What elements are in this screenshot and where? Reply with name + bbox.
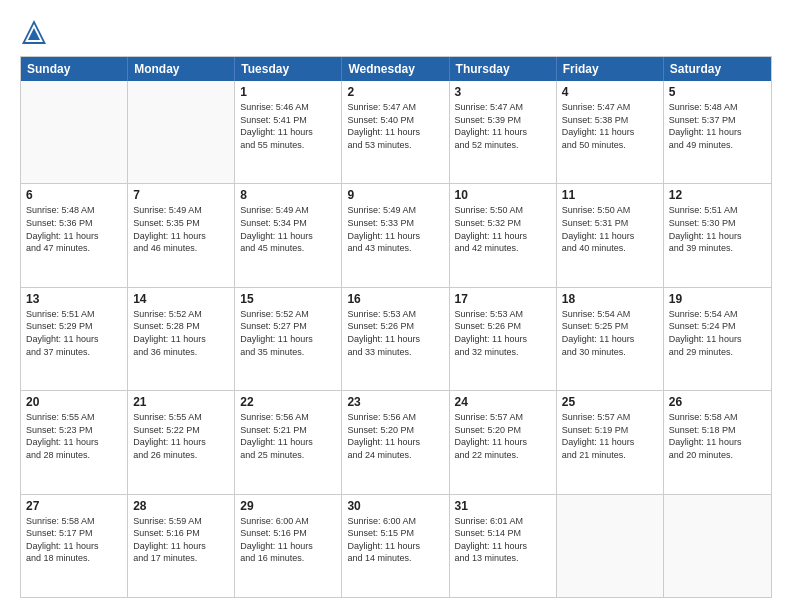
day-info: Sunrise: 5:50 AM Sunset: 5:32 PM Dayligh… (455, 204, 551, 254)
day-cell-23: 23Sunrise: 5:56 AM Sunset: 5:20 PM Dayli… (342, 391, 449, 493)
day-cell-22: 22Sunrise: 5:56 AM Sunset: 5:21 PM Dayli… (235, 391, 342, 493)
day-number: 17 (455, 292, 551, 306)
day-number: 30 (347, 499, 443, 513)
header-day-saturday: Saturday (664, 57, 771, 81)
day-info: Sunrise: 5:58 AM Sunset: 5:17 PM Dayligh… (26, 515, 122, 565)
day-info: Sunrise: 6:00 AM Sunset: 5:16 PM Dayligh… (240, 515, 336, 565)
day-info: Sunrise: 5:54 AM Sunset: 5:25 PM Dayligh… (562, 308, 658, 358)
calendar-header: SundayMondayTuesdayWednesdayThursdayFrid… (21, 57, 771, 81)
empty-cell (21, 81, 128, 183)
day-number: 24 (455, 395, 551, 409)
day-number: 12 (669, 188, 766, 202)
calendar: SundayMondayTuesdayWednesdayThursdayFrid… (20, 56, 772, 598)
day-info: Sunrise: 5:47 AM Sunset: 5:40 PM Dayligh… (347, 101, 443, 151)
day-number: 9 (347, 188, 443, 202)
day-number: 28 (133, 499, 229, 513)
day-info: Sunrise: 5:51 AM Sunset: 5:29 PM Dayligh… (26, 308, 122, 358)
day-cell-30: 30Sunrise: 6:00 AM Sunset: 5:15 PM Dayli… (342, 495, 449, 597)
week-row-1: 1Sunrise: 5:46 AM Sunset: 5:41 PM Daylig… (21, 81, 771, 183)
day-info: Sunrise: 5:52 AM Sunset: 5:27 PM Dayligh… (240, 308, 336, 358)
day-info: Sunrise: 5:56 AM Sunset: 5:20 PM Dayligh… (347, 411, 443, 461)
day-info: Sunrise: 5:57 AM Sunset: 5:20 PM Dayligh… (455, 411, 551, 461)
day-cell-20: 20Sunrise: 5:55 AM Sunset: 5:23 PM Dayli… (21, 391, 128, 493)
week-row-3: 13Sunrise: 5:51 AM Sunset: 5:29 PM Dayli… (21, 287, 771, 390)
day-info: Sunrise: 5:49 AM Sunset: 5:34 PM Dayligh… (240, 204, 336, 254)
day-number: 2 (347, 85, 443, 99)
day-info: Sunrise: 5:47 AM Sunset: 5:39 PM Dayligh… (455, 101, 551, 151)
day-info: Sunrise: 5:57 AM Sunset: 5:19 PM Dayligh… (562, 411, 658, 461)
day-info: Sunrise: 5:55 AM Sunset: 5:22 PM Dayligh… (133, 411, 229, 461)
day-cell-13: 13Sunrise: 5:51 AM Sunset: 5:29 PM Dayli… (21, 288, 128, 390)
day-cell-5: 5Sunrise: 5:48 AM Sunset: 5:37 PM Daylig… (664, 81, 771, 183)
day-number: 15 (240, 292, 336, 306)
header-day-monday: Monday (128, 57, 235, 81)
day-number: 16 (347, 292, 443, 306)
day-cell-6: 6Sunrise: 5:48 AM Sunset: 5:36 PM Daylig… (21, 184, 128, 286)
day-number: 19 (669, 292, 766, 306)
day-number: 7 (133, 188, 229, 202)
day-number: 23 (347, 395, 443, 409)
day-number: 25 (562, 395, 658, 409)
day-number: 22 (240, 395, 336, 409)
day-cell-28: 28Sunrise: 5:59 AM Sunset: 5:16 PM Dayli… (128, 495, 235, 597)
day-info: Sunrise: 5:49 AM Sunset: 5:33 PM Dayligh… (347, 204, 443, 254)
day-number: 27 (26, 499, 122, 513)
calendar-body: 1Sunrise: 5:46 AM Sunset: 5:41 PM Daylig… (21, 81, 771, 597)
day-info: Sunrise: 5:53 AM Sunset: 5:26 PM Dayligh… (347, 308, 443, 358)
day-cell-7: 7Sunrise: 5:49 AM Sunset: 5:35 PM Daylig… (128, 184, 235, 286)
day-number: 21 (133, 395, 229, 409)
day-info: Sunrise: 5:59 AM Sunset: 5:16 PM Dayligh… (133, 515, 229, 565)
logo (20, 18, 54, 46)
day-cell-27: 27Sunrise: 5:58 AM Sunset: 5:17 PM Dayli… (21, 495, 128, 597)
day-cell-29: 29Sunrise: 6:00 AM Sunset: 5:16 PM Dayli… (235, 495, 342, 597)
page: SundayMondayTuesdayWednesdayThursdayFrid… (0, 0, 792, 612)
header-day-thursday: Thursday (450, 57, 557, 81)
header-day-sunday: Sunday (21, 57, 128, 81)
day-cell-17: 17Sunrise: 5:53 AM Sunset: 5:26 PM Dayli… (450, 288, 557, 390)
header-day-friday: Friday (557, 57, 664, 81)
day-cell-24: 24Sunrise: 5:57 AM Sunset: 5:20 PM Dayli… (450, 391, 557, 493)
header-day-tuesday: Tuesday (235, 57, 342, 81)
day-cell-10: 10Sunrise: 5:50 AM Sunset: 5:32 PM Dayli… (450, 184, 557, 286)
day-info: Sunrise: 5:48 AM Sunset: 5:37 PM Dayligh… (669, 101, 766, 151)
day-number: 5 (669, 85, 766, 99)
day-info: Sunrise: 6:01 AM Sunset: 5:14 PM Dayligh… (455, 515, 551, 565)
day-info: Sunrise: 5:55 AM Sunset: 5:23 PM Dayligh… (26, 411, 122, 461)
day-cell-31: 31Sunrise: 6:01 AM Sunset: 5:14 PM Dayli… (450, 495, 557, 597)
day-info: Sunrise: 5:47 AM Sunset: 5:38 PM Dayligh… (562, 101, 658, 151)
day-cell-3: 3Sunrise: 5:47 AM Sunset: 5:39 PM Daylig… (450, 81, 557, 183)
day-cell-14: 14Sunrise: 5:52 AM Sunset: 5:28 PM Dayli… (128, 288, 235, 390)
week-row-2: 6Sunrise: 5:48 AM Sunset: 5:36 PM Daylig… (21, 183, 771, 286)
day-number: 14 (133, 292, 229, 306)
day-cell-11: 11Sunrise: 5:50 AM Sunset: 5:31 PM Dayli… (557, 184, 664, 286)
day-cell-18: 18Sunrise: 5:54 AM Sunset: 5:25 PM Dayli… (557, 288, 664, 390)
day-info: Sunrise: 5:53 AM Sunset: 5:26 PM Dayligh… (455, 308, 551, 358)
day-cell-15: 15Sunrise: 5:52 AM Sunset: 5:27 PM Dayli… (235, 288, 342, 390)
day-number: 20 (26, 395, 122, 409)
day-cell-21: 21Sunrise: 5:55 AM Sunset: 5:22 PM Dayli… (128, 391, 235, 493)
day-info: Sunrise: 5:54 AM Sunset: 5:24 PM Dayligh… (669, 308, 766, 358)
day-cell-12: 12Sunrise: 5:51 AM Sunset: 5:30 PM Dayli… (664, 184, 771, 286)
day-cell-26: 26Sunrise: 5:58 AM Sunset: 5:18 PM Dayli… (664, 391, 771, 493)
day-cell-2: 2Sunrise: 5:47 AM Sunset: 5:40 PM Daylig… (342, 81, 449, 183)
day-cell-16: 16Sunrise: 5:53 AM Sunset: 5:26 PM Dayli… (342, 288, 449, 390)
day-number: 8 (240, 188, 336, 202)
day-info: Sunrise: 5:48 AM Sunset: 5:36 PM Dayligh… (26, 204, 122, 254)
day-cell-9: 9Sunrise: 5:49 AM Sunset: 5:33 PM Daylig… (342, 184, 449, 286)
empty-cell (128, 81, 235, 183)
day-cell-19: 19Sunrise: 5:54 AM Sunset: 5:24 PM Dayli… (664, 288, 771, 390)
empty-cell (557, 495, 664, 597)
day-number: 1 (240, 85, 336, 99)
day-info: Sunrise: 5:50 AM Sunset: 5:31 PM Dayligh… (562, 204, 658, 254)
day-number: 6 (26, 188, 122, 202)
day-info: Sunrise: 5:58 AM Sunset: 5:18 PM Dayligh… (669, 411, 766, 461)
empty-cell (664, 495, 771, 597)
day-number: 29 (240, 499, 336, 513)
day-cell-8: 8Sunrise: 5:49 AM Sunset: 5:34 PM Daylig… (235, 184, 342, 286)
day-info: Sunrise: 6:00 AM Sunset: 5:15 PM Dayligh… (347, 515, 443, 565)
day-info: Sunrise: 5:46 AM Sunset: 5:41 PM Dayligh… (240, 101, 336, 151)
day-info: Sunrise: 5:51 AM Sunset: 5:30 PM Dayligh… (669, 204, 766, 254)
day-number: 10 (455, 188, 551, 202)
day-number: 26 (669, 395, 766, 409)
day-number: 4 (562, 85, 658, 99)
